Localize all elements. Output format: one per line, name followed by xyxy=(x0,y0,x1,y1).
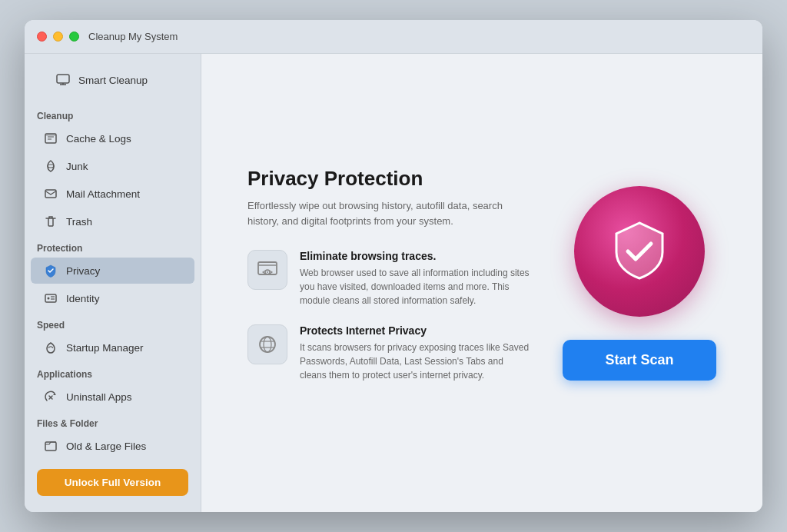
sidebar-item-identity[interactable]: Identity xyxy=(31,285,194,311)
svg-point-20 xyxy=(260,337,275,352)
section-applications: Applications xyxy=(25,361,201,383)
sidebar-item-trash[interactable]: Trash xyxy=(31,208,194,234)
cache-logs-icon xyxy=(43,131,58,146)
old-large-files-label: Old & Large Files xyxy=(66,441,146,452)
browsing-traces-description: Web browser used to save all information… xyxy=(300,266,532,308)
identity-label: Identity xyxy=(66,293,100,304)
svg-rect-0 xyxy=(57,75,69,83)
internet-privacy-description: It scans browsers for privacy exposing t… xyxy=(300,341,532,382)
monitor-icon xyxy=(55,72,71,88)
fullscreen-button[interactable] xyxy=(69,32,79,42)
sidebar-top: Smart Cleanup xyxy=(25,63,201,103)
internet-privacy-heading: Protects Internet Privacy xyxy=(300,324,532,337)
globe-shield-icon xyxy=(255,332,280,357)
startup-manager-label: Startup Manager xyxy=(66,342,144,354)
cache-logs-label: Cache & Logs xyxy=(66,133,131,145)
page-title: Privacy Protection xyxy=(247,167,532,191)
sidebar-item-startup-manager[interactable]: Startup Manager xyxy=(31,334,194,361)
shield-check-icon xyxy=(605,217,674,286)
identity-icon xyxy=(43,291,58,306)
content-inner: Privacy Protection Effortlessly wipe out… xyxy=(247,167,716,399)
browsing-traces-icon-box xyxy=(247,250,287,290)
uninstall-icon xyxy=(43,389,58,404)
internet-privacy-text: Protects Internet Privacy It scans brows… xyxy=(300,324,532,382)
browsing-traces-heading: Eliminate browsing traces. xyxy=(300,250,532,262)
titlebar: Cleanup My System xyxy=(25,20,762,54)
section-cleanup: Cleanup xyxy=(25,103,201,125)
content-right: Start Scan xyxy=(563,186,716,381)
startup-icon xyxy=(43,340,58,355)
svg-rect-9 xyxy=(45,294,56,302)
junk-label: Junk xyxy=(66,161,88,172)
uninstall-apps-label: Uninstall Apps xyxy=(66,391,132,403)
minimize-button[interactable] xyxy=(53,32,63,42)
sidebar-item-mail-attachment[interactable]: Mail Attachment xyxy=(31,181,194,207)
feature-internet-privacy: Protects Internet Privacy It scans brows… xyxy=(247,324,532,382)
svg-point-19 xyxy=(267,271,268,273)
trash-icon xyxy=(43,214,58,229)
internet-privacy-icon-box xyxy=(247,324,287,364)
close-button[interactable] xyxy=(37,32,47,42)
start-scan-button[interactable]: Start Scan xyxy=(563,340,716,381)
section-speed: Speed xyxy=(25,312,201,334)
files-icon xyxy=(43,438,58,454)
content-left: Privacy Protection Effortlessly wipe out… xyxy=(247,167,532,399)
section-files-folder: Files & Folder xyxy=(25,411,201,432)
browsing-traces-text: Eliminate browsing traces. Web browser u… xyxy=(300,250,532,308)
smart-cleanup-label: Smart Cleanup xyxy=(78,75,148,86)
main-content: Smart Cleanup Cleanup Cache & Logs xyxy=(25,54,762,512)
window-title: Cleanup My System xyxy=(88,31,178,42)
sidebar-item-old-large-files[interactable]: Old & Large Files xyxy=(31,433,194,459)
svg-point-10 xyxy=(48,298,50,300)
unlock-full-version-button[interactable]: Unlock Full Version xyxy=(37,469,188,496)
feature-browsing-traces: Eliminate browsing traces. Web browser u… xyxy=(247,250,532,308)
section-protection: Protection xyxy=(25,235,201,257)
sidebar: Smart Cleanup Cleanup Cache & Logs xyxy=(25,54,201,512)
shield-graphic xyxy=(574,186,705,317)
sidebar-item-uninstall-apps[interactable]: Uninstall Apps xyxy=(31,384,194,410)
svg-point-7 xyxy=(48,165,54,168)
page-subtitle: Effortlessly wipe out browsing history, … xyxy=(247,198,532,228)
privacy-label: Privacy xyxy=(66,265,100,277)
app-window: Cleanup My System Smart Cleanup xyxy=(25,20,762,512)
sidebar-bottom: Unlock Full Version xyxy=(25,460,201,505)
privacy-shield-icon xyxy=(43,263,58,278)
eye-browser-icon xyxy=(255,258,280,282)
svg-rect-6 xyxy=(45,134,56,136)
sidebar-item-smart-cleanup[interactable]: Smart Cleanup xyxy=(43,67,182,93)
sidebar-item-junk[interactable]: Junk xyxy=(31,153,194,179)
traffic-lights xyxy=(37,32,79,42)
sidebar-item-cache-logs[interactable]: Cache & Logs xyxy=(31,125,194,151)
sidebar-item-privacy[interactable]: Privacy xyxy=(31,258,194,284)
mail-icon xyxy=(43,186,58,201)
content-area: Privacy Protection Effortlessly wipe out… xyxy=(201,54,762,512)
trash-label: Trash xyxy=(66,216,92,228)
svg-rect-15 xyxy=(45,442,56,451)
svg-rect-8 xyxy=(45,190,56,198)
junk-icon xyxy=(43,158,58,174)
mail-attachment-label: Mail Attachment xyxy=(66,188,140,200)
svg-point-21 xyxy=(264,337,271,352)
